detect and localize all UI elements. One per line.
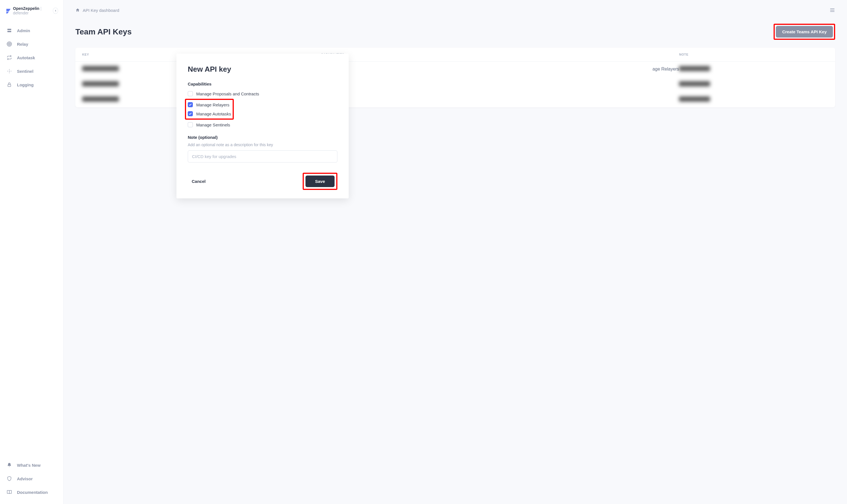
- autotask-icon: [7, 55, 12, 60]
- capabilities-label: Capabilities: [188, 82, 337, 86]
- sidebar-item-whatsnew[interactable]: What's New: [0, 458, 63, 472]
- shield-icon: [7, 476, 12, 481]
- key-cell: [82, 81, 119, 86]
- nav-label: Autotask: [17, 55, 35, 60]
- new-api-key-modal: New API key Capabilities Manage Proposal…: [176, 54, 349, 198]
- sidebar-item-logging[interactable]: Logging: [0, 78, 63, 91]
- capability-label: Manage Autotasks: [196, 111, 231, 116]
- checkbox-icon: [188, 102, 193, 107]
- key-cell: [82, 96, 119, 102]
- topbar: API Key dashboard: [64, 0, 847, 17]
- bell-icon: [7, 463, 12, 468]
- nav-main: Admin Relay Autotask Sentinel Logging: [0, 21, 63, 456]
- page-title: Team API Keys: [75, 28, 131, 36]
- svg-point-2: [9, 43, 10, 45]
- note-cell: [679, 66, 710, 71]
- note-hint: Add an optional note as a description fo…: [188, 143, 337, 147]
- page-header: Team API Keys Create Teams API Key: [64, 17, 847, 48]
- capability-relayers[interactable]: Manage Relayers: [188, 100, 231, 109]
- col-note: NOTE: [679, 53, 828, 56]
- nav-label: Admin: [17, 28, 30, 33]
- nav-label: Relay: [17, 42, 28, 47]
- modal-actions: Cancel Save: [188, 173, 337, 190]
- svg-point-7: [11, 71, 11, 71]
- checkbox-icon: [188, 91, 193, 96]
- nav-bottom: What's New Advisor Documentation: [0, 456, 63, 504]
- sidebar-item-sentinel[interactable]: Sentinel: [0, 64, 63, 78]
- sidebar-item-relay[interactable]: Relay: [0, 37, 63, 51]
- checkbox-icon: [188, 111, 193, 116]
- breadcrumb-page: API Key dashboard: [83, 8, 119, 13]
- breadcrumb: API Key dashboard: [75, 8, 119, 13]
- logging-icon: [7, 82, 12, 87]
- create-api-key-button[interactable]: Create Teams API Key: [776, 26, 833, 38]
- relay-icon: [7, 41, 12, 47]
- nav-label: What's New: [17, 463, 41, 468]
- save-button[interactable]: Save: [305, 176, 335, 187]
- logo-icon: [6, 8, 11, 14]
- main-content: API Key dashboard Team API Keys Create T…: [64, 0, 847, 504]
- svg-point-5: [9, 71, 10, 72]
- sidebar-header: OpenZeppelin | defender: [0, 0, 63, 21]
- svg-point-6: [7, 71, 8, 71]
- capability-proposals[interactable]: Manage Proposals and Contracts: [188, 89, 337, 98]
- checkbox-icon: [188, 122, 193, 127]
- svg-rect-10: [8, 84, 11, 87]
- key-cell: [82, 66, 119, 71]
- note-input[interactable]: [188, 150, 337, 163]
- menu-icon[interactable]: [829, 7, 835, 13]
- capability-sentinels[interactable]: Manage Sentinels: [188, 120, 337, 129]
- sidebar-item-advisor[interactable]: Advisor: [0, 472, 63, 485]
- home-icon[interactable]: [75, 8, 80, 13]
- nav-label: Advisor: [17, 476, 33, 481]
- cap-cell: age Relayers: [321, 67, 679, 72]
- sidebar-collapse-button[interactable]: [53, 7, 58, 14]
- sentinel-icon: [7, 69, 12, 74]
- book-icon: [7, 490, 12, 495]
- admin-icon: [7, 28, 12, 33]
- svg-point-3: [8, 42, 11, 46]
- note-section: Note (optional) Add an optional note as …: [188, 135, 337, 163]
- brand-text: OpenZeppelin | defender: [13, 6, 51, 15]
- svg-rect-1: [7, 31, 11, 33]
- nav-label: Sentinel: [17, 69, 33, 74]
- col-capabilities: CAPABILITIES: [321, 53, 679, 56]
- sidebar-item-admin[interactable]: Admin: [0, 24, 63, 37]
- capabilities-section: Capabilities Manage Proposals and Contra…: [188, 82, 337, 129]
- capability-label: Manage Proposals and Contracts: [196, 91, 259, 96]
- svg-point-9: [9, 73, 10, 73]
- note-cell: [679, 96, 710, 102]
- sidebar-item-docs[interactable]: Documentation: [0, 485, 63, 499]
- nav-label: Documentation: [17, 490, 48, 495]
- cancel-button[interactable]: Cancel: [188, 176, 210, 186]
- svg-point-8: [9, 69, 10, 70]
- capability-label: Manage Sentinels: [196, 123, 230, 127]
- nav-label: Logging: [17, 83, 34, 87]
- note-cell: [679, 81, 710, 86]
- modal-title: New API key: [188, 65, 337, 74]
- capability-autotasks[interactable]: Manage Autotasks: [188, 109, 231, 118]
- svg-rect-0: [7, 29, 11, 30]
- note-label: Note (optional): [188, 135, 337, 140]
- capability-label: Manage Relayers: [196, 103, 230, 107]
- sidebar: OpenZeppelin | defender Admin Relay Auto…: [0, 0, 64, 504]
- sidebar-item-autotask[interactable]: Autotask: [0, 51, 63, 64]
